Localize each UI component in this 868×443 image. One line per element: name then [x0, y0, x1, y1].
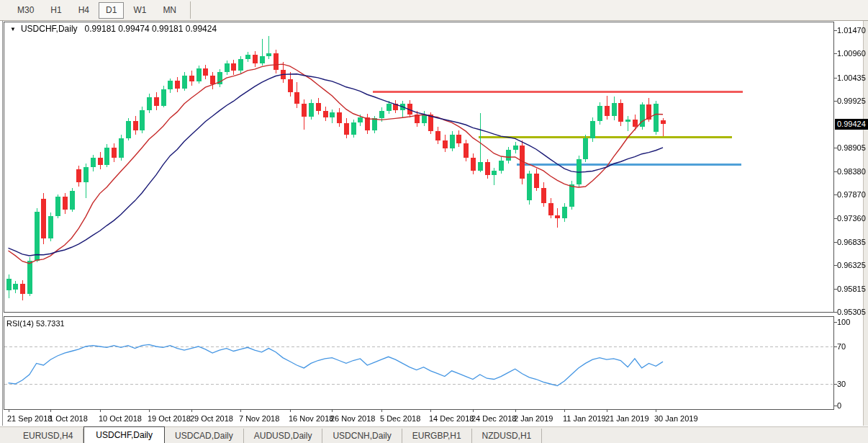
tab-audusd-daily[interactable]: AUDUSD,Daily — [244, 429, 323, 443]
price-axis-label: 1.00435 — [837, 73, 866, 83]
price-axis-label: 0.95815 — [837, 284, 866, 294]
price-chart-canvas[interactable] — [0, 0, 868, 443]
date-axis-label: 10 Oct 2018 — [99, 413, 142, 424]
rsi-axis-label: 0 — [837, 401, 841, 411]
date-axis-label: 30 Jan 2019 — [654, 413, 698, 424]
rsi-axis-label: 70 — [837, 341, 846, 352]
chart-symbol-label: USDCHF,Daily — [21, 24, 78, 34]
date-axis-label: 29 Oct 2018 — [190, 413, 233, 424]
price-axis-label: 0.97870 — [837, 189, 866, 200]
toolbar-divider — [190, 1, 191, 19]
date-axis-label: 2 Jan 2019 — [514, 413, 553, 424]
timeframe-button-D1[interactable]: D1 — [99, 2, 124, 19]
trading-platform-window: { "toolbar": { "timeframes": [ {"label":… — [0, 0, 868, 443]
timeframe-button-MN[interactable]: MN — [155, 2, 184, 19]
price-axis-label: 0.98905 — [837, 143, 866, 153]
tab-usdcad-daily[interactable]: USDCAD,Daily — [165, 429, 244, 443]
date-axis-label: 11 Jan 2019 — [563, 413, 606, 424]
date-axis-label: 24 Dec 2018 — [471, 413, 516, 424]
price-axis-label: 0.98380 — [837, 166, 866, 176]
date-axis-label: 14 Dec 2018 — [429, 413, 474, 424]
chart-ohlc-values: 0.99181 0.99474 0.99181 0.99424 — [85, 24, 217, 34]
chart-frame-left-border — [2, 20, 3, 426]
timeframe-button-H4[interactable]: H4 — [71, 2, 96, 19]
rsi-indicator-label: RSI(14) 53.7331 — [6, 319, 65, 328]
date-axis-label: 26 Nov 2018 — [330, 413, 375, 424]
date-axis-label: 5 Dec 2018 — [380, 413, 420, 424]
tab-usdcnh-daily[interactable]: USDCNH,Daily — [322, 429, 402, 443]
timeframe-button-W1[interactable]: W1 — [126, 2, 153, 19]
rsi-axis-label: 30 — [837, 379, 846, 389]
timeframe-toolbar: M30H1H4D1W1MN — [0, 0, 868, 21]
current-price-tag: 0.99424 — [835, 119, 868, 130]
tab-nzdusd-h1[interactable]: NZDUSD,H1 — [472, 429, 543, 443]
price-axis-label: 0.99925 — [837, 96, 866, 106]
symbol-tab-bar: EURUSD,H4USDCHF,DailyUSDCAD,DailyAUDUSD,… — [0, 426, 868, 443]
timeframe-button-H1[interactable]: H1 — [43, 2, 68, 19]
tab-eurusd-h4[interactable]: EURUSD,H4 — [13, 429, 83, 443]
date-axis-label: 21 Jan 2019 — [605, 413, 649, 424]
symbol-dropdown-icon[interactable]: ▼ — [10, 26, 16, 32]
date-axis-label: 1 Oct 2018 — [49, 413, 88, 424]
chart-title: ▼ USDCHF,Daily 0.99181 0.99474 0.99181 0… — [10, 24, 217, 34]
price-axis-label: 0.96325 — [837, 260, 866, 270]
date-axis-label: 19 Oct 2018 — [148, 413, 191, 424]
tab-usdchf-daily[interactable]: USDCHF,Daily — [83, 426, 165, 443]
price-axis-label: 0.96835 — [837, 237, 866, 247]
date-axis-label: 7 Nov 2018 — [239, 413, 279, 424]
date-axis-label: 16 Nov 2018 — [289, 413, 333, 424]
timeframe-button-M30[interactable]: M30 — [10, 2, 41, 19]
price-axis-label: 1.00960 — [837, 48, 866, 58]
price-axis-label: 0.95305 — [837, 307, 866, 317]
price-axis-label: 1.01470 — [837, 25, 866, 35]
rsi-axis-label: 100 — [837, 317, 850, 327]
price-axis-label: 0.97360 — [837, 213, 866, 223]
date-axis-label: 21 Sep 2018 — [7, 413, 52, 424]
tab-eurgbp-h1[interactable]: EURGBP,H1 — [402, 429, 472, 443]
